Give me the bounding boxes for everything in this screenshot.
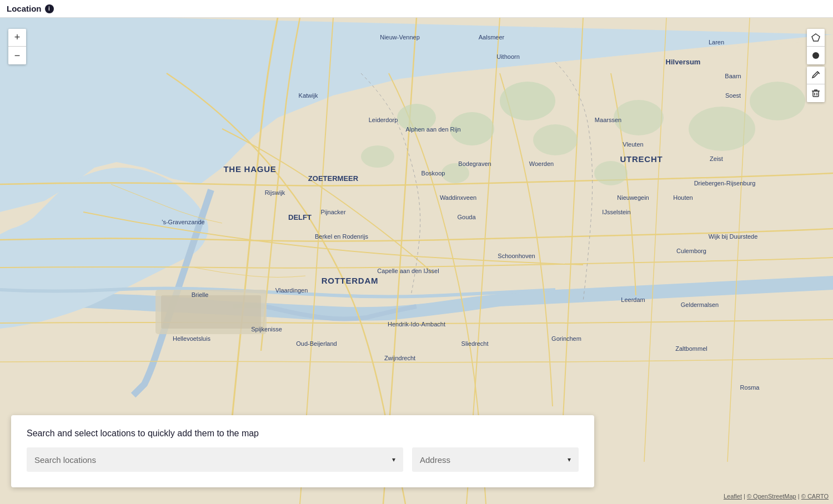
draw-tools	[807, 29, 825, 102]
search-panel: Search and select locations to quickly a…	[11, 415, 594, 487]
svg-point-6	[441, 163, 469, 183]
svg-point-9	[594, 161, 628, 185]
svg-rect-16	[813, 91, 819, 97]
search-locations-arrow: ▾	[392, 456, 395, 463]
carto-attribution[interactable]: © CARTO	[801, 493, 829, 500]
edit-tool-group	[807, 67, 825, 102]
map-container: Nieuw-VennepAalsmeerLarenUithoornHilvers…	[0, 18, 833, 504]
leaflet-attribution[interactable]: Leaflet	[724, 493, 742, 500]
info-icon[interactable]: i	[45, 4, 54, 13]
circle-icon	[811, 51, 820, 60]
svg-point-7	[533, 124, 578, 155]
edit-icon	[811, 71, 820, 80]
polygon-tool-button[interactable]	[807, 29, 825, 47]
search-locations-dropdown[interactable]: Search locations ▾	[27, 447, 403, 472]
trash-icon	[811, 89, 820, 98]
address-dropdown[interactable]: Address ▾	[412, 447, 579, 472]
map-attribution: Leaflet | © OpenStreetMap | © CARTO	[724, 493, 829, 500]
title-text: Location	[7, 4, 42, 13]
svg-point-5	[361, 145, 394, 168]
edit-tool-button[interactable]	[807, 67, 825, 84]
search-row: Search locations ▾ Address ▾	[27, 447, 579, 472]
svg-point-10	[689, 107, 755, 151]
address-arrow: ▾	[568, 456, 571, 463]
svg-point-4	[397, 104, 436, 132]
delete-tool-button[interactable]	[807, 84, 825, 102]
svg-point-3	[500, 82, 555, 120]
search-locations-text: Search locations	[34, 455, 96, 465]
zoom-out-button[interactable]: −	[8, 47, 26, 64]
osm-attribution[interactable]: © OpenStreetMap	[747, 493, 796, 500]
svg-point-11	[750, 82, 805, 120]
svg-point-2	[450, 112, 494, 145]
shape-tool-group	[807, 29, 825, 64]
polygon-icon	[811, 33, 820, 42]
zoom-in-button[interactable]: +	[8, 29, 26, 47]
circle-tool-button[interactable]	[807, 47, 825, 64]
address-text: Address	[420, 455, 450, 465]
zoom-controls: + −	[8, 29, 26, 64]
svg-rect-13	[161, 295, 261, 329]
header: Location i	[0, 0, 833, 18]
page-title: Location i	[7, 4, 54, 13]
svg-point-8	[614, 100, 664, 135]
search-panel-title: Search and select locations to quickly a…	[27, 429, 579, 439]
svg-point-15	[812, 52, 819, 59]
svg-marker-14	[812, 34, 820, 41]
